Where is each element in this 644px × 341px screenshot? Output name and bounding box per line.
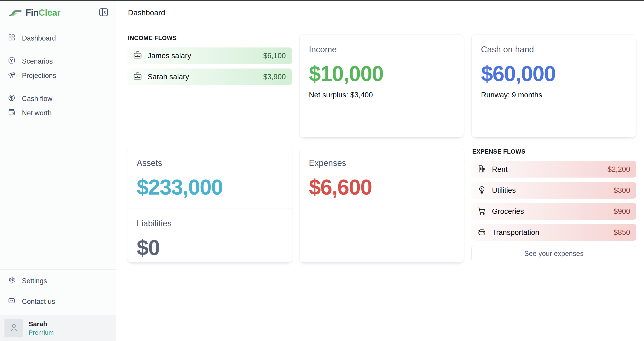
flow-amount: $300 (614, 186, 630, 195)
flow-label: Transportation (492, 228, 539, 237)
sidebar-item-label: Scenarios (22, 57, 53, 65)
flow-label: Rent (492, 165, 508, 174)
main-area: Dashboard INCOME FLOWS James salary $6,1… (116, 1, 644, 341)
runway-caption: Runway: 9 months (481, 91, 627, 99)
user-plan-badge: Premium (29, 329, 54, 336)
expenses-card: Expenses $6,600 (299, 148, 464, 263)
sidebar-item-label: Settings (22, 277, 47, 285)
sidebar-footer: Settings Contact us (0, 265, 116, 341)
sidebar: FinClear Dashbo (0, 1, 116, 341)
expense-flow-row-utilities[interactable]: Utilities $300 (471, 182, 636, 199)
sidebar-header: FinClear (0, 1, 116, 25)
sidebar-item-cash-flow[interactable]: Cash flow (0, 92, 116, 106)
assets-liabilities-card: Assets $233,000 Liabilities $0 (127, 148, 292, 263)
flow-amount: $850 (614, 228, 630, 237)
flow-amount: $900 (614, 207, 630, 216)
dashboard-grid: INCOME FLOWS James salary $6,100 (116, 25, 644, 263)
income-flow-row-james-salary[interactable]: James salary $6,100 (127, 48, 292, 64)
cart-icon (478, 207, 486, 216)
cash-on-hand-card: Cash on hand $60,000 Runway: 9 months (471, 34, 636, 137)
card-title: Assets (137, 158, 282, 168)
mail-icon (8, 297, 15, 306)
briefcase-icon (133, 51, 142, 61)
building-icon (478, 165, 486, 174)
sidebar-item-dashboard[interactable]: Dashboard (0, 31, 116, 46)
flow-amount: $2,200 (608, 165, 630, 174)
gear-icon (8, 276, 15, 285)
sidebar-collapse-button[interactable] (98, 7, 110, 19)
income-flow-row-sarah-salary[interactable]: Sarah salary $3,900 (127, 69, 292, 85)
card-title: Expenses (309, 158, 455, 168)
income-value: $10,000 (309, 63, 455, 84)
brand-name-dark: Fin (26, 8, 38, 18)
page-title: Dashboard (128, 8, 165, 17)
sidebar-item-label: Contact us (22, 297, 55, 306)
finclear-logo-icon (8, 6, 22, 19)
scenarios-split-icon (8, 57, 15, 66)
sidebar-divider (0, 87, 116, 87)
assets-value: $233,000 (137, 176, 282, 198)
flow-label: Sarah salary (148, 73, 189, 81)
sidebar-item-net-worth[interactable]: Net worth (0, 106, 116, 120)
user-info: Sarah Premium (29, 320, 54, 336)
expense-flows-label: EXPENSE FLOWS (472, 148, 636, 155)
telescope-icon (8, 71, 15, 80)
net-surplus-caption: Net surplus: $3,400 (309, 91, 455, 99)
income-flows-section: INCOME FLOWS James salary $6,100 (127, 34, 292, 137)
flow-label: James salary (148, 52, 191, 60)
liabilities-value: $0 (137, 237, 282, 258)
page-header: Dashboard (116, 1, 644, 25)
person-icon (9, 322, 19, 333)
expense-flows-section: EXPENSE FLOWS Rent $2,200 (471, 148, 636, 263)
expense-flow-row-rent[interactable]: Rent $2,200 (471, 161, 636, 178)
sidebar-item-label: Dashboard (22, 34, 56, 42)
expense-flow-row-groceries[interactable]: Groceries $900 (471, 203, 636, 220)
card-title: Liabilities (137, 219, 282, 228)
panel-left-collapse-icon (98, 7, 109, 18)
brand-name: FinClear (26, 8, 60, 18)
car-icon (478, 228, 486, 237)
sidebar-item-contact-us[interactable]: Contact us (0, 294, 116, 309)
card-title: Cash on hand (481, 45, 627, 54)
avatar (4, 319, 23, 337)
income-flows-label: INCOME FLOWS (128, 35, 292, 42)
flow-label: Groceries (492, 207, 524, 216)
user-profile[interactable]: Sarah Premium (0, 315, 116, 341)
cash-on-hand-value: $60,000 (481, 63, 627, 84)
briefcase-icon (133, 72, 142, 82)
flow-amount: $6,100 (263, 52, 286, 60)
liabilities-section: Liabilities $0 (127, 208, 292, 269)
expenses-value: $6,600 (309, 176, 455, 198)
expense-flow-row-transportation[interactable]: Transportation $850 (471, 224, 636, 241)
app-root: FinClear Dashbo (0, 1, 644, 341)
brand-name-accent: Clear (38, 8, 60, 18)
card-title: Income (309, 45, 455, 54)
flow-label: Utilities (492, 186, 516, 195)
sidebar-divider (0, 269, 116, 270)
wallet-icon (8, 109, 15, 118)
sidebar-divider (0, 50, 116, 50)
dashboard-grid-icon (8, 34, 15, 43)
sidebar-item-projections[interactable]: Projections (0, 69, 116, 83)
sidebar-item-label: Cash flow (22, 95, 52, 103)
lightbulb-icon (478, 186, 486, 195)
assets-section: Assets $233,000 (127, 148, 292, 208)
sidebar-item-label: Net worth (22, 109, 52, 117)
sidebar-item-scenarios[interactable]: Scenarios (0, 54, 116, 69)
flow-amount: $3,900 (263, 73, 286, 81)
sidebar-item-label: Projections (22, 72, 56, 80)
dollar-circle-icon (8, 94, 15, 103)
see-your-expenses-button[interactable]: See your expenses (471, 245, 636, 262)
sidebar-nav: Dashboard Scenarios (0, 25, 116, 120)
user-name: Sarah (29, 320, 54, 328)
income-card: Income $10,000 Net surplus: $3,400 (299, 34, 464, 137)
sidebar-item-settings[interactable]: Settings (0, 274, 116, 288)
